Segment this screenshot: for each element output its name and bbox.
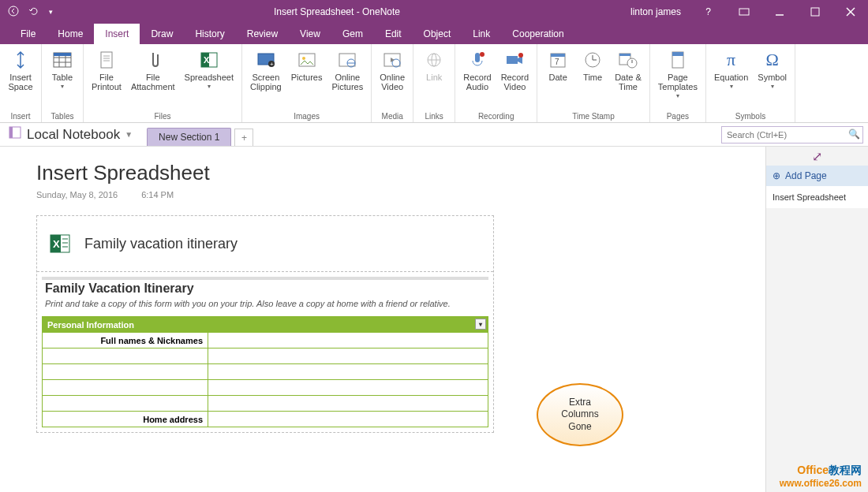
row-label: Home address [43, 412, 208, 427]
templates-icon [667, 49, 689, 71]
spreadsheet-button[interactable]: XSpreadsheet [181, 47, 237, 110]
page-date[interactable]: Sunday, May 8, 2016 [36, 190, 118, 199]
sheet-subtext: Print and take a copy of this form with … [42, 297, 488, 316]
expand-icon[interactable]: ⤢ [766, 147, 868, 166]
chevron-down-icon: ▼ [125, 130, 133, 139]
ribbon-options-icon[interactable] [726, 0, 761, 24]
notebook-name: Local Notebook [27, 127, 120, 143]
page-templates-button[interactable]: Page Templates [655, 47, 701, 110]
group-files: Files [154, 110, 170, 122]
user-name[interactable]: linton james [621, 6, 690, 17]
notebook-selector[interactable]: Local Notebook ▼ [0, 125, 140, 144]
notebook-bar: Local Notebook ▼ New Section 1 + 🔍 [0, 123, 868, 147]
symbol-button[interactable]: ΩSymbol [754, 47, 790, 110]
pictures-button[interactable]: Pictures [288, 47, 326, 110]
attachment-icon [142, 49, 164, 71]
menu-draw[interactable]: Draw [140, 24, 184, 44]
record-video-icon [503, 49, 526, 71]
excel-file-icon: X [48, 232, 72, 255]
excel-icon: X [198, 49, 220, 71]
search-icon[interactable]: 🔍 [848, 129, 860, 140]
group-timestamp: Time Stamp [572, 110, 615, 122]
page-canvas[interactable]: Insert Spreadsheet Sunday, May 8, 2016 6… [0, 147, 765, 492]
record-audio-button[interactable]: Record Audio [460, 47, 494, 110]
page-time[interactable]: 6:14 PM [141, 190, 174, 199]
spreadsheet-container[interactable]: X Family vacation itinerary Family Vacat… [36, 215, 494, 433]
menu-home[interactable]: Home [47, 24, 94, 44]
file-printout-button[interactable]: File Printout [88, 47, 125, 110]
svg-point-0 [9, 6, 18, 16]
callout: Extra Columns Gone [537, 383, 623, 446]
menu-review[interactable]: Review [236, 24, 289, 44]
maximize-icon[interactable] [797, 0, 832, 24]
printout-icon [95, 49, 118, 71]
menu-bar: File Home Insert Draw History Review Vie… [0, 24, 868, 44]
svg-rect-43 [619, 54, 630, 56]
equation-button[interactable]: πEquation [711, 47, 751, 110]
spreadsheet-table: Personal Information▾ Full names & Nickn… [42, 316, 488, 427]
page-sidebar: ⤢ ⊕Add Page Insert Spreadsheet [765, 147, 868, 492]
svg-rect-12 [101, 52, 112, 68]
search-box[interactable]: 🔍 [721, 126, 863, 144]
menu-view[interactable]: View [289, 24, 331, 44]
add-page-button[interactable]: ⊕Add Page [766, 166, 868, 186]
close-icon[interactable] [832, 0, 868, 24]
menu-edit[interactable]: Edit [374, 24, 413, 44]
date-icon: 7 [547, 49, 569, 71]
pictures-icon [296, 49, 318, 71]
svg-rect-49 [9, 127, 13, 138]
menu-gem[interactable]: Gem [331, 24, 374, 44]
page-list-item[interactable]: Insert Spreadsheet [766, 186, 868, 208]
online-video-button[interactable]: Online Video [376, 47, 408, 110]
menu-cooperation[interactable]: Cooperation [501, 24, 574, 44]
time-button[interactable]: Time [577, 47, 608, 110]
group-recording: Recording [478, 110, 514, 122]
file-attachment-button[interactable]: File Attachment [128, 47, 178, 110]
group-insert: Insert [10, 110, 30, 122]
group-media: Media [382, 110, 403, 122]
video-icon [381, 49, 403, 71]
ribbon: Insert Space Insert Table Tables File Pr… [0, 44, 868, 123]
svg-point-23 [302, 57, 305, 60]
insert-space-button[interactable]: Insert Space [5, 47, 36, 110]
group-links: Links [425, 110, 443, 122]
section-tab[interactable]: New Section 1 [147, 128, 231, 146]
notebook-icon [8, 125, 22, 144]
menu-file[interactable]: File [9, 24, 47, 44]
datetime-button[interactable]: Date & Time [612, 47, 645, 110]
svg-rect-11 [54, 53, 71, 56]
back-icon[interactable] [8, 6, 19, 19]
insert-space-icon [9, 49, 32, 71]
table-section-header: Personal Information▾ [43, 317, 488, 333]
link-button[interactable]: Link [418, 47, 450, 110]
svg-rect-47 [672, 52, 683, 56]
datetime-icon [617, 49, 639, 71]
time-icon [582, 49, 604, 71]
row-value [208, 333, 488, 348]
table-icon [51, 49, 73, 71]
record-video-button[interactable]: Record Video [498, 47, 532, 110]
page-title[interactable]: Insert Spreadsheet [36, 161, 753, 185]
table-button[interactable]: Table [47, 47, 78, 110]
online-pictures-icon [336, 49, 358, 71]
help-icon[interactable]: ? [690, 0, 726, 24]
filter-icon[interactable]: ▾ [475, 319, 486, 330]
svg-text:+: + [270, 61, 274, 68]
menu-object[interactable]: Object [413, 24, 462, 44]
symbol-icon: Ω [761, 49, 784, 71]
add-section-button[interactable]: + [234, 129, 253, 146]
search-input[interactable] [721, 126, 863, 144]
date-button[interactable]: 7Date [542, 47, 574, 110]
equation-icon: π [720, 49, 743, 71]
menu-insert[interactable]: Insert [94, 24, 140, 44]
online-pictures-button[interactable]: Online Pictures [328, 47, 366, 110]
screen-clipping-button[interactable]: +Screen Clipping [247, 47, 285, 110]
undo-icon[interactable] [28, 6, 39, 19]
plus-icon: ⊕ [773, 170, 780, 181]
group-symbols: Symbols [735, 110, 765, 122]
minimize-icon[interactable] [761, 0, 797, 24]
svg-rect-3 [811, 8, 819, 16]
svg-rect-32 [475, 53, 480, 62]
menu-link[interactable]: Link [462, 24, 501, 44]
menu-history[interactable]: History [184, 24, 235, 44]
